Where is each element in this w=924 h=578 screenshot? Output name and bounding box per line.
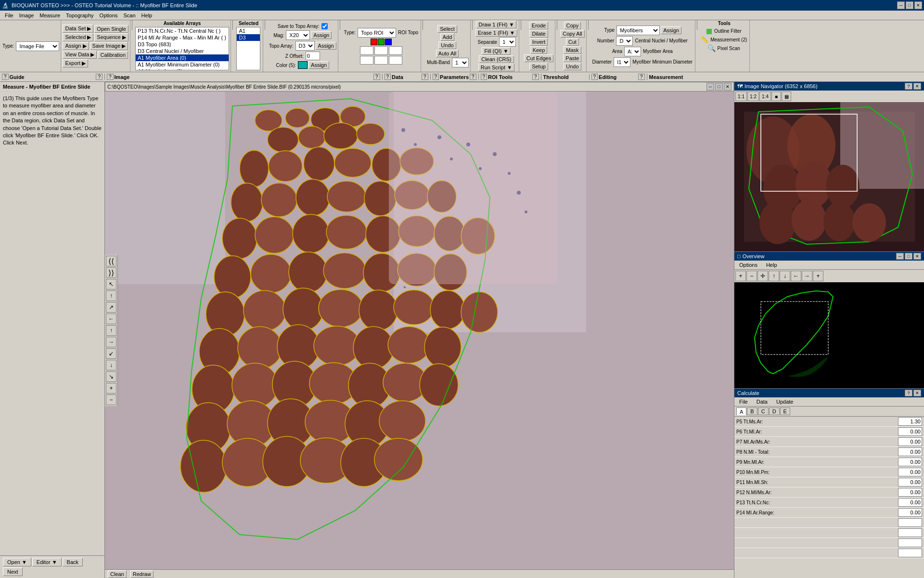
calc-value-p9[interactable] [898,458,922,466]
image-viewport[interactable]: + ⟨⟨ ⟩⟩ ↖ ↑ ↗ ← ↑ → ↙ ↓ ↘ + − [105,92,734,569]
sequence-btn[interactable]: Sequence ▶ [94,33,128,41]
calc-value-p7[interactable] [898,437,922,446]
array-item-p14[interactable]: P14 MI Ar Range - Max - Min MI Ar ( ) [136,34,229,41]
selected-d3[interactable]: D3 [237,34,260,41]
calc-tab-a[interactable]: A [736,407,746,415]
array-item-p13[interactable]: P13 Tt.N.Cr.Nc - Tt.N Central Nc ( ) [136,27,229,34]
array-list[interactable]: P13 Tt.N.Cr.Nc - Tt.N Central Nc ( ) P14… [135,27,229,70]
zoom-1-4-btn[interactable]: 1:4 [759,92,771,101]
guide-help-btn[interactable]: ? [2,74,9,80]
calc-tab-d[interactable]: D [769,407,780,415]
pan-up-left-btn[interactable]: ↖ [106,279,116,289]
calc-value-p14[interactable] [898,508,922,517]
array-item-a1mfa[interactable]: A1 Myofiber Area (0) [136,54,229,61]
undo-edit-btn[interactable]: Undo [564,63,581,70]
image-minimize-btn[interactable]: ─ [706,83,714,91]
image-expand-btn[interactable]: ? [373,74,380,80]
calc-help-btn[interactable]: ? [905,390,912,396]
overview-min-btn[interactable]: ─ [896,253,904,260]
assign-top-btn3[interactable]: Assign [308,61,329,69]
calc-data-menu[interactable]: Data [754,398,770,406]
calc-value-p5[interactable] [898,417,922,426]
zoom-minus-btn[interactable]: − [106,394,116,405]
add-btn[interactable]: Add [440,33,455,41]
editing-expand-btn[interactable]: ? [638,74,645,80]
copy-all-btn[interactable]: Copy All [560,30,584,38]
menu-measure[interactable]: Measure [37,12,63,19]
nav-help-btn[interactable]: ? [905,83,912,90]
calc-value-p8[interactable] [898,447,922,456]
color5-box[interactable] [298,61,308,69]
ov-down-btn[interactable]: ↓ [780,271,790,281]
type-select[interactable]: Image File Video [16,41,59,51]
roi-type-select[interactable]: Topo ROI [358,28,396,38]
multi-band-select[interactable]: 1 [452,58,469,67]
select-btn[interactable]: Select [437,25,457,33]
data-set-btn[interactable]: Data Set ▶ [63,25,93,33]
setup-btn[interactable]: Setup [529,63,548,70]
cut-btn[interactable]: Cut [566,38,579,46]
pan-left-btn[interactable]: ← [106,314,116,324]
export-btn[interactable]: Export ▶ [63,59,88,67]
minimize-button[interactable]: ─ [897,1,905,9]
array-item-d3topo[interactable]: D3 Topo (683) [136,41,229,48]
calc-value-p6[interactable] [898,427,922,436]
ov-up-btn[interactable]: ↑ [769,271,779,281]
rgb-r2[interactable]: 23 [360,56,373,65]
pan-down-right-btn[interactable]: ↘ [106,371,116,382]
copy-btn[interactable]: Copy [564,22,581,29]
image-clean-btn[interactable]: Clean [108,570,127,578]
paste-btn[interactable]: Paste [563,54,581,62]
image-help-btn[interactable]: ? [107,74,114,80]
measurement-label[interactable]: Measurement (2) [709,37,748,42]
rgb-b1[interactable]: 126 [389,46,402,55]
calc-update-menu[interactable]: Update [773,398,796,406]
pan-up-btn[interactable]: ↑ [106,290,116,301]
calc-value-p13[interactable] [898,498,922,507]
clean-crs-btn[interactable]: Clean (CRS) [479,55,513,63]
rgb-r1[interactable]: 167 [360,46,373,55]
overview-image-container[interactable] [734,282,924,388]
image-redraw-btn[interactable]: Redraw [130,570,154,578]
area-select[interactable]: A2 [624,47,641,56]
pan-down-left-btn[interactable]: ↙ [106,348,116,359]
zoom-plus-btn[interactable]: + [106,383,116,394]
erode-btn[interactable]: Erode [529,22,548,29]
menu-help[interactable]: Help [139,12,155,19]
zoom-in-btn[interactable]: ⟨⟨ [106,256,116,266]
calc-value-p11[interactable] [898,478,922,486]
next-btn[interactable]: Next [3,567,23,576]
image-close-btn[interactable]: ✕ [724,83,732,91]
pan-right2-btn[interactable]: → [106,337,116,347]
auto-all-btn[interactable]: Auto All [436,50,459,57]
calc-value-empty2[interactable] [898,528,922,537]
calc-tab-b[interactable]: B [747,407,757,415]
zoom-icon-btn[interactable]: ■ [771,92,781,101]
params-expand-btn[interactable]: ? [470,74,476,80]
erase-btn[interactable]: Erase 1 (FH) ▼ [475,29,517,37]
overview-max-btn[interactable]: □ [905,253,912,260]
rgb-g1[interactable]: 119 [374,46,388,55]
calc-value-empty3[interactable] [898,539,922,547]
calibration-btn[interactable]: Calibration [98,51,128,59]
menu-options[interactable]: Options [97,12,121,19]
ov-plus-btn[interactable]: + [735,271,746,281]
data-help-btn[interactable]: ? [385,74,391,80]
draw-btn[interactable]: Draw 1 (FH) ▼ [476,21,516,28]
overview-help-menu[interactable]: Help [763,261,780,269]
rgb-b2[interactable]: 44 [389,56,402,65]
roi-expand-btn[interactable]: ? [532,74,539,80]
ov-minus-btn[interactable]: − [746,271,757,281]
nav-thumbnail-container[interactable] [734,102,924,251]
calc-value-p10[interactable] [898,468,922,476]
rgb-g2[interactable]: 26 [374,56,388,65]
menu-topography[interactable]: Topography [63,12,97,19]
assign-top-btn2[interactable]: Assign [316,42,336,50]
topo-array-select[interactable]: D3 [295,41,315,51]
calc-file-menu[interactable]: File [736,398,751,406]
calc-value-empty1[interactable] [898,518,922,527]
array-item-a1mfd[interactable]: A1 Myofiber Minimum Diameter (0) [136,61,229,68]
calc-tab-c[interactable]: C [758,407,769,415]
assign-data-btn[interactable]: Assign ▶ [63,42,89,50]
pan-right-btn[interactable]: ↗ [106,302,116,313]
